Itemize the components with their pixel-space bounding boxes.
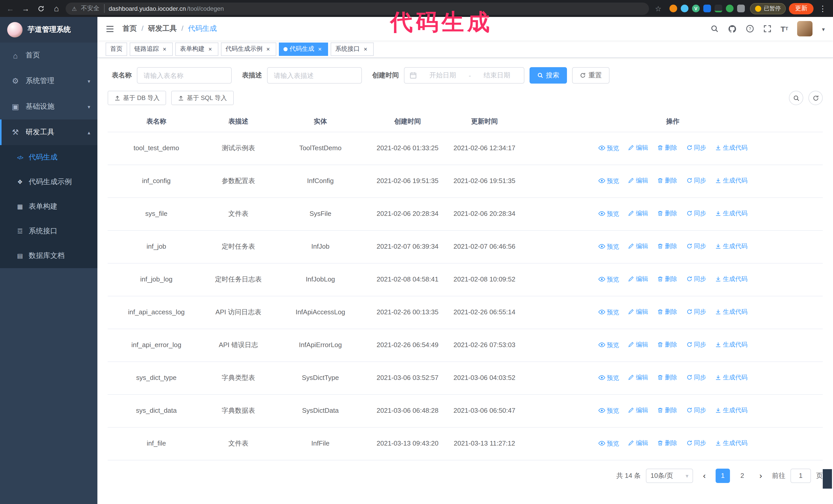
delete-link[interactable]: 删除 bbox=[657, 175, 677, 186]
corner-widget[interactable] bbox=[823, 469, 832, 488]
generate-code-link[interactable]: 生成代码 bbox=[715, 372, 748, 383]
user-avatar[interactable] bbox=[798, 21, 813, 37]
delete-link[interactable]: 删除 bbox=[657, 405, 677, 415]
github-icon[interactable] bbox=[728, 24, 737, 33]
sidebar-subitem[interactable]: 表单构建 bbox=[0, 194, 97, 219]
view-tab[interactable]: 首页 bbox=[105, 42, 127, 56]
preview-link[interactable]: 预览 bbox=[598, 373, 619, 383]
close-icon[interactable] bbox=[264, 45, 272, 52]
date-range-picker[interactable]: 开始日期 - 结束日期 bbox=[404, 67, 524, 83]
view-tab[interactable]: 代码生成示例 bbox=[221, 42, 276, 56]
delete-link[interactable]: 删除 bbox=[657, 307, 677, 317]
delete-link[interactable]: 删除 bbox=[657, 438, 677, 448]
table-desc-input[interactable] bbox=[267, 67, 362, 83]
generate-code-link[interactable]: 生成代码 bbox=[715, 405, 748, 415]
browser-menu-icon[interactable] bbox=[816, 2, 829, 15]
extension-icon[interactable] bbox=[681, 5, 688, 12]
generate-code-link[interactable]: 生成代码 bbox=[715, 175, 748, 186]
sync-link[interactable]: 同步 bbox=[686, 175, 706, 186]
close-icon[interactable] bbox=[161, 45, 168, 52]
close-icon[interactable] bbox=[362, 45, 369, 52]
preview-link[interactable]: 预览 bbox=[598, 241, 619, 251]
bookmark-star-icon[interactable] bbox=[652, 2, 664, 15]
extension-icon[interactable] bbox=[726, 5, 734, 12]
edit-link[interactable]: 编辑 bbox=[628, 208, 648, 218]
edit-link[interactable]: 编辑 bbox=[628, 143, 648, 153]
avatar-caret-icon[interactable] bbox=[822, 25, 825, 32]
prev-page-button[interactable]: ‹ bbox=[698, 469, 711, 483]
edit-link[interactable]: 编辑 bbox=[628, 372, 648, 383]
hamburger-icon[interactable] bbox=[105, 25, 114, 32]
page-number-button[interactable]: 1 bbox=[716, 469, 730, 483]
preview-link[interactable]: 预览 bbox=[598, 340, 619, 350]
close-icon[interactable] bbox=[207, 45, 214, 52]
generate-code-link[interactable]: 生成代码 bbox=[715, 339, 748, 350]
address-bar[interactable]: 不安全 dashboard.yudao.iocoder.cn /tool/cod… bbox=[66, 2, 649, 15]
generate-code-link[interactable]: 生成代码 bbox=[715, 438, 748, 448]
view-tab[interactable]: 代码生成 bbox=[279, 42, 328, 56]
edit-link[interactable]: 编辑 bbox=[628, 438, 648, 448]
sidebar-subitem[interactable]: 代码生成 bbox=[0, 145, 97, 170]
preview-link[interactable]: 预览 bbox=[598, 405, 619, 415]
sidebar-item[interactable]: 首页 bbox=[0, 43, 97, 68]
preview-link[interactable]: 预览 bbox=[598, 274, 619, 284]
sidebar-subitem[interactable]: 系统接口 bbox=[0, 219, 97, 243]
breadcrumb-item[interactable]: 代码生成 bbox=[182, 24, 217, 33]
generate-code-link[interactable]: 生成代码 bbox=[715, 274, 748, 284]
security-label[interactable]: 不安全 bbox=[81, 4, 104, 13]
sidebar-subitem[interactable]: 代码生成示例 bbox=[0, 170, 97, 194]
page-size-select[interactable]: 10条/页 bbox=[646, 469, 693, 483]
generate-code-link[interactable]: 生成代码 bbox=[715, 241, 748, 251]
delete-link[interactable]: 删除 bbox=[657, 241, 677, 251]
import-sql-button[interactable]: 基于 SQL 导入 bbox=[171, 91, 234, 105]
preview-link[interactable]: 预览 bbox=[598, 209, 619, 219]
extension-icon[interactable] bbox=[703, 5, 711, 12]
edit-link[interactable]: 编辑 bbox=[628, 405, 648, 415]
sidebar-item[interactable]: 研发工具 bbox=[0, 119, 97, 145]
import-db-button[interactable]: 基于 DB 导入 bbox=[108, 91, 166, 105]
sidebar-subitem[interactable]: 数据库文档 bbox=[0, 243, 97, 268]
extension-icon[interactable]: V bbox=[692, 5, 700, 12]
reset-button[interactable]: 重置 bbox=[572, 67, 610, 83]
app-logo[interactable]: 芋道管理系统 bbox=[0, 17, 97, 43]
search-icon[interactable] bbox=[711, 25, 719, 33]
sync-link[interactable]: 同步 bbox=[686, 241, 706, 251]
edit-link[interactable]: 编辑 bbox=[628, 241, 648, 251]
sidebar-item[interactable]: 基础设施 bbox=[0, 94, 97, 119]
generate-code-link[interactable]: 生成代码 bbox=[715, 208, 748, 218]
table-name-input[interactable] bbox=[137, 67, 232, 83]
sidebar-item[interactable]: 系统管理 bbox=[0, 68, 97, 94]
sync-link[interactable]: 同步 bbox=[686, 274, 706, 284]
preview-link[interactable]: 预览 bbox=[598, 143, 619, 153]
breadcrumb-item[interactable]: 研发工具 bbox=[142, 24, 177, 33]
goto-page-input[interactable] bbox=[790, 469, 811, 483]
extension-icon[interactable] bbox=[669, 5, 677, 12]
home-icon[interactable] bbox=[50, 2, 63, 15]
extension-icon[interactable] bbox=[715, 5, 722, 12]
forward-icon[interactable]: → bbox=[20, 2, 32, 15]
sync-link[interactable]: 同步 bbox=[686, 438, 706, 448]
generate-code-link[interactable]: 生成代码 bbox=[715, 307, 748, 317]
reload-icon[interactable] bbox=[35, 2, 47, 15]
sync-link[interactable]: 同步 bbox=[686, 208, 706, 218]
fullscreen-icon[interactable] bbox=[763, 25, 771, 33]
font-size-icon[interactable]: TT bbox=[781, 25, 788, 32]
delete-link[interactable]: 删除 bbox=[657, 372, 677, 383]
edit-link[interactable]: 编辑 bbox=[628, 175, 648, 186]
help-icon[interactable]: ? bbox=[746, 25, 754, 33]
delete-link[interactable]: 删除 bbox=[657, 339, 677, 350]
search-button[interactable]: 搜索 bbox=[529, 67, 567, 83]
delete-link[interactable]: 删除 bbox=[657, 208, 677, 218]
sync-link[interactable]: 同步 bbox=[686, 307, 706, 317]
sync-link[interactable]: 同步 bbox=[686, 372, 706, 383]
sync-link[interactable]: 同步 bbox=[686, 339, 706, 350]
toggle-search-button[interactable] bbox=[789, 91, 803, 105]
edit-link[interactable]: 编辑 bbox=[628, 274, 648, 284]
sync-link[interactable]: 同步 bbox=[686, 405, 706, 415]
breadcrumb-item[interactable]: 首页 bbox=[122, 24, 137, 33]
extensions-puzzle-icon[interactable] bbox=[737, 5, 745, 12]
edit-link[interactable]: 编辑 bbox=[628, 339, 648, 350]
profile-paused-badge[interactable]: 已暂停 bbox=[750, 3, 786, 14]
browser-update-button[interactable]: 更新 bbox=[789, 3, 813, 14]
view-tab[interactable]: 系统接口 bbox=[331, 42, 374, 56]
